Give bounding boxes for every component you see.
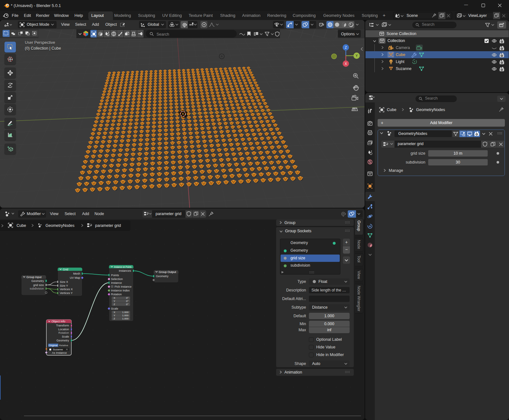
svg-text:Vertices Y: Vertices Y [60, 291, 73, 295]
svg-text:0°: 0° [126, 303, 129, 306]
svg-text:Location: Location [58, 328, 69, 331]
svg-text:Instance on Points: Instance on Points [114, 265, 132, 269]
svg-text:X: X [345, 62, 347, 66]
svg-text:Group Output: Group Output [159, 270, 176, 274]
svg-text:Z: Z [345, 46, 347, 49]
svg-text:Y: Y [114, 314, 115, 317]
svg-text:Pick Instance: Pick Instance [115, 285, 132, 288]
svg-text:Group Input: Group Input [26, 276, 42, 279]
svg-text:Scale: Scale [62, 335, 69, 338]
svg-text:Grid: Grid [63, 268, 68, 271]
svg-text:Transform: Transform [56, 324, 69, 327]
svg-text:Size X: Size X [60, 280, 68, 284]
svg-text:Suzanne: Suzanne [53, 348, 63, 351]
svg-text:grid size: grid size [33, 284, 44, 287]
svg-text:Z: Z [114, 303, 115, 306]
svg-text:Instance Index: Instance Index [111, 289, 130, 292]
svg-text:Instance: Instance [111, 281, 122, 284]
svg-text:Rotation: Rotation [111, 293, 122, 296]
svg-text:Y: Y [114, 300, 115, 303]
svg-text:Original: Original [49, 344, 58, 347]
svg-text:Y: Y [356, 54, 358, 58]
svg-text:1.000: 1.000 [122, 317, 129, 320]
svg-text:1.000: 1.000 [122, 314, 129, 317]
svg-text:0°: 0° [126, 297, 129, 299]
svg-text:X: X [114, 297, 115, 299]
svg-text:Size Y: Size Y [60, 284, 68, 287]
svg-text:1.000: 1.000 [122, 311, 129, 314]
svg-text:Z: Z [114, 317, 115, 320]
svg-text:0°: 0° [126, 300, 129, 303]
svg-text:Geometry: Geometry [31, 279, 44, 283]
svg-text:Points: Points [111, 274, 119, 277]
svg-text:UV Map: UV Map [70, 276, 80, 279]
svg-text:Instances: Instances [119, 269, 131, 272]
svg-text:Scale: Scale [111, 307, 118, 310]
svg-text:Geometry: Geometry [56, 339, 69, 342]
svg-text:Selection: Selection [111, 277, 123, 281]
svg-text:subdivision: subdivision [30, 287, 44, 290]
svg-text:X: X [114, 311, 115, 314]
svg-text:Geometry: Geometry [156, 275, 169, 278]
svg-text:Relative: Relative [59, 344, 68, 347]
svg-text:Vertices X: Vertices X [60, 288, 73, 291]
svg-text:Rotation: Rotation [58, 331, 69, 334]
svg-text:As Instance: As Instance [52, 351, 67, 354]
svg-text:Object Info: Object Info [52, 320, 66, 323]
svg-text:Mesh: Mesh [73, 272, 80, 275]
